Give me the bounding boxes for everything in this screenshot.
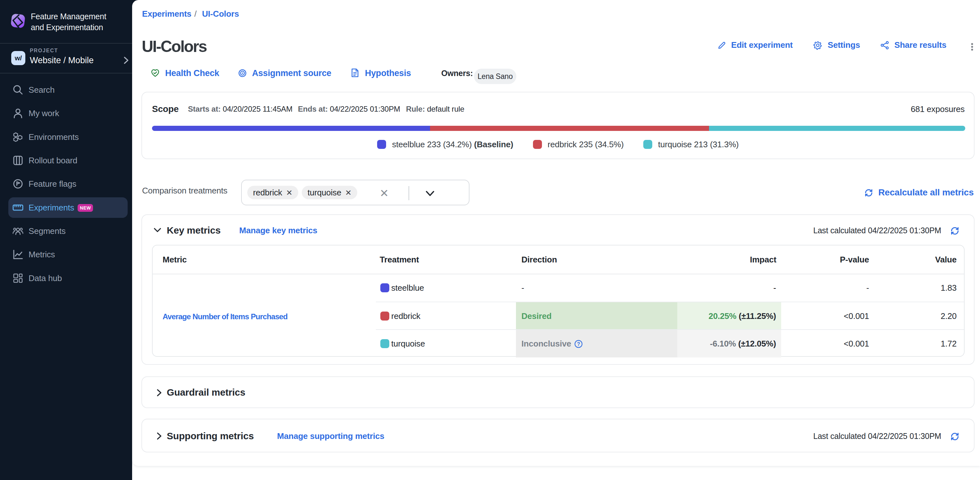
svg-text:?: ? — [577, 341, 580, 347]
